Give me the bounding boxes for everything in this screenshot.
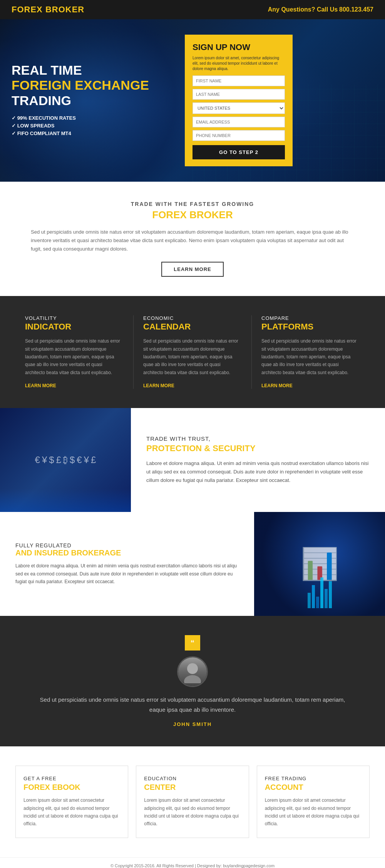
hero-check-3: FIFO COMPLIANT MT4 xyxy=(12,130,173,136)
feature-platforms-subtitle: COMPARE xyxy=(261,315,360,321)
hero-heading: Real Time FOREIGN EXCHANGE TRADING xyxy=(12,63,173,108)
hero-line2: FOREIGN EXCHANGE xyxy=(12,78,173,93)
testimonial-text: Sed ut perspiciatis unde omnis iste natu… xyxy=(38,695,346,714)
go-to-step2-button[interactable]: GO TO STEP 2 xyxy=(192,145,285,159)
hero-section: Real Time FOREIGN EXCHANGE TRADING 99% E… xyxy=(0,19,385,182)
trust-brokerage-subtitle: FULLY REGULATED xyxy=(15,542,239,549)
hero-check-1: 99% EXECUTION RATES xyxy=(12,115,173,121)
currency-symbols-graphic: €¥$£₿ $€¥£ xyxy=(0,408,131,512)
avatar-graphic xyxy=(178,657,207,686)
svg-point-0 xyxy=(187,663,198,674)
feature-volatility-title: INDICATOR xyxy=(25,322,124,332)
trade-body: Sed ut perspiciatis unde omnis iste natu… xyxy=(31,228,354,253)
trading-floor-graphic: 📊 xyxy=(254,512,385,616)
feature-platforms: COMPARE PLATFORMS Sed ut perspiciatis un… xyxy=(252,315,370,389)
trust-security-body: Labore et dolore magna aliqua. Ut enim a… xyxy=(146,459,370,485)
footer-text: © Copyright 2015-2016. All Rights Reserv… xyxy=(110,863,275,868)
feature-platforms-link[interactable]: LEARN MORE xyxy=(261,383,293,388)
signup-desc: Lorem ipsum dolor sit amet, consectetur … xyxy=(192,55,285,72)
feature-calendar-subtitle: ECONOMIC xyxy=(143,315,242,321)
signup-form: SIGN UP NOW Lorem ipsum dolor sit amet, … xyxy=(185,35,293,166)
cards-section: GET A FREE FOREX EBOOK Lorem ipsum dolor… xyxy=(0,746,385,857)
feature-volatility-subtitle: VOLATILITY xyxy=(25,315,124,321)
avatar xyxy=(177,656,208,687)
card-trading-body: Lorem ipsum dolor sit amet consectetur a… xyxy=(265,796,362,828)
feature-platforms-title: PLATFORMS xyxy=(261,322,360,332)
card-education-subtitle: EDUCATION xyxy=(144,776,241,781)
card-trading: FREE TRADING ACCOUNT Lorem ipsum dolor s… xyxy=(257,766,370,838)
trust-security-title: PROTECTION & SECURITY xyxy=(146,443,370,453)
feature-volatility-body: Sed ut perspiciatis unde omnis iste natu… xyxy=(25,337,124,376)
hero-line3: TRADING xyxy=(12,93,71,108)
card-trading-title: ACCOUNT xyxy=(265,783,362,792)
logo-forex: FOREX xyxy=(12,5,43,14)
trade-learn-more-button[interactable]: LEARN MORE xyxy=(161,262,223,277)
trust-brokerage-body: Labore et dolore magna aliqua. Ut enim a… xyxy=(15,562,239,585)
trade-title: FOREX BROKER xyxy=(31,209,354,221)
hero-line1: Real Time xyxy=(12,63,82,77)
trade-subtitle: TRADE WITH THE FASTEST GROWING xyxy=(31,201,354,207)
feature-calendar-title: CALENDAR xyxy=(143,322,242,332)
trust-image-trading: 📊 xyxy=(254,512,385,616)
testimonial-section: “ Sed ut perspiciatis unde omnis iste na… xyxy=(0,616,385,746)
first-name-input[interactable] xyxy=(192,75,285,86)
header-contact: Any Questions? Call Us 800.123.457 xyxy=(268,6,373,13)
feature-calendar-body: Sed ut perspiciatis unde omnis iste natu… xyxy=(143,337,242,376)
trade-section: TRADE WITH THE FASTEST GROWING FOREX BRO… xyxy=(0,182,385,296)
svg-point-1 xyxy=(184,675,201,683)
testimonial-author: JOHN SMITH xyxy=(173,721,212,727)
trust-security-subtitle: TRADE WITH TRUST, xyxy=(146,435,370,442)
last-name-input[interactable] xyxy=(192,89,285,100)
trade-title-forex: FOREX xyxy=(152,209,187,221)
trust-image-currency: €¥$£₿ $€¥£ xyxy=(0,408,131,512)
card-ebook-body: Lorem ipsum dolor sit amet consectetur a… xyxy=(23,796,120,828)
phone-input[interactable] xyxy=(192,130,285,141)
feature-platforms-body: Sed ut perspiciatis unde omnis iste natu… xyxy=(261,337,360,376)
card-education-title: CENTER xyxy=(144,783,241,792)
phone-number: 800.123.457 xyxy=(339,6,373,13)
card-ebook: GET A FREE FOREX EBOOK Lorem ipsum dolor… xyxy=(15,766,128,838)
features-section: VOLATILITY INDICATOR Sed ut perspiciatis… xyxy=(0,296,385,408)
trust-text-brokerage: FULLY REGULATED AND INSURED BROKERAGE La… xyxy=(0,512,254,616)
contact-label: Any Questions? Call Us xyxy=(268,6,338,13)
hero-content: Real Time FOREIGN EXCHANGE TRADING 99% E… xyxy=(12,63,173,138)
feature-calendar: ECONOMIC CALENDAR Sed ut perspiciatis un… xyxy=(134,315,252,389)
email-input[interactable] xyxy=(192,117,285,127)
trade-title-broker: BROKER xyxy=(189,209,233,221)
logo-broker: BROKER xyxy=(45,5,84,14)
signup-title: SIGN UP NOW xyxy=(192,42,285,52)
card-education: EDUCATION CENTER Lorem ipsum dolor sit a… xyxy=(136,766,249,838)
feature-volatility: VOLATILITY INDICATOR Sed ut perspiciatis… xyxy=(15,315,134,389)
logo: FOREX BROKER xyxy=(12,5,84,15)
trust-brokerage-title: AND INSURED BROKERAGE xyxy=(15,549,239,557)
trust-text-security: TRADE WITH TRUST, PROTECTION & SECURITY … xyxy=(131,408,385,512)
footer: © Copyright 2015-2016. All Rights Reserv… xyxy=(0,857,385,868)
card-ebook-title: FOREX EBOOK xyxy=(23,783,120,792)
feature-volatility-link[interactable]: LEARN MORE xyxy=(25,383,56,388)
card-trading-subtitle: FREE TRADING xyxy=(265,776,362,781)
trust-section-top: €¥$£₿ $€¥£ TRADE WITH TRUST, PROTECTION … xyxy=(0,408,385,512)
hero-checklist: 99% EXECUTION RATES LOW SPREADS FIFO COM… xyxy=(12,115,173,136)
card-education-body: Lorem ipsum dolor sit amet consectetur a… xyxy=(144,796,241,828)
hero-check-2: LOW SPREADS xyxy=(12,123,173,129)
quote-icon: “ xyxy=(185,635,200,651)
country-select[interactable]: UNITED STATES xyxy=(192,102,285,114)
card-ebook-subtitle: GET A FREE xyxy=(23,776,120,781)
feature-calendar-link[interactable]: LEARN MORE xyxy=(143,383,174,388)
header: FOREX BROKER Any Questions? Call Us 800.… xyxy=(0,0,385,19)
trust-section-bottom: FULLY REGULATED AND INSURED BROKERAGE La… xyxy=(0,512,385,616)
